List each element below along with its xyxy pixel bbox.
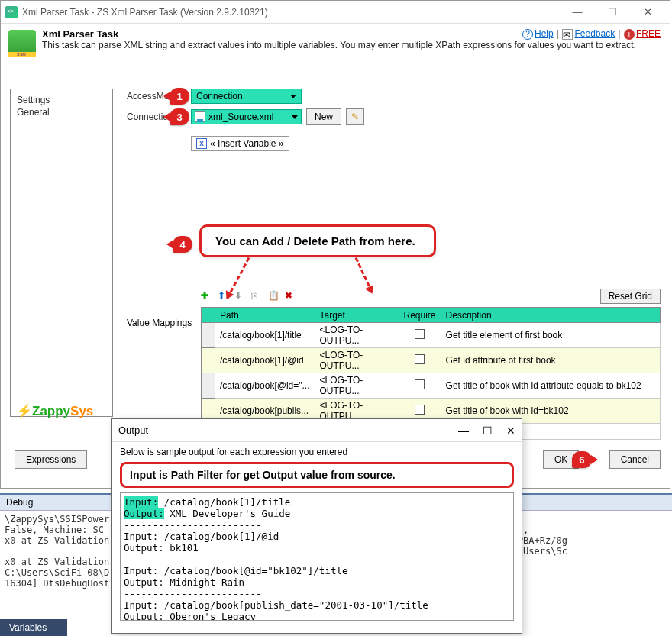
expressions-button[interactable]: Expressions	[15, 450, 87, 469]
titlebar: Xml Parser Task - ZS Xml Parser Task (Ve…	[1, 1, 670, 24]
col-require[interactable]: Require	[399, 308, 441, 323]
sidebar-item-general[interactable]: General	[17, 106, 106, 118]
help-icon: ?	[522, 29, 533, 40]
edit-connection-button[interactable]: ✎	[346, 108, 364, 125]
copy-icon[interactable]: ⎘	[251, 290, 263, 302]
output-text[interactable]: Input: /catalog/book[1]/title Output: XM…	[120, 492, 514, 621]
output-window: Output — ☐ ✕ Below is sample output for …	[111, 418, 522, 634]
connection-value: xml_Source.xml	[208, 111, 273, 122]
variables-tab[interactable]: Variables	[0, 619, 67, 636]
close-button[interactable]: ✕	[630, 2, 665, 23]
move-down-icon[interactable]: ⬇	[234, 290, 247, 302]
minimize-button[interactable]: —	[560, 2, 595, 23]
col-target[interactable]: Target	[315, 308, 399, 323]
insert-variable-button[interactable]: x « Insert Variable »	[191, 136, 289, 151]
badge-4: 4	[173, 236, 192, 253]
connection-dropdown[interactable]: xml_Source.xml	[191, 109, 302, 124]
paste-icon[interactable]: 📋	[268, 290, 280, 302]
header-links: ?Help | ✉Feedback | iFREE	[522, 28, 661, 40]
reset-grid-button[interactable]: Reset Grid	[600, 289, 661, 304]
pencil-icon: ✎	[351, 111, 359, 122]
insert-variable-label: « Insert Variable »	[210, 138, 284, 149]
callout-add-delete: You can Add / Delete Path from here.	[199, 224, 436, 257]
require-checkbox[interactable]	[415, 379, 425, 389]
feedback-link[interactable]: Feedback	[574, 28, 615, 39]
task-icon	[8, 30, 36, 57]
delete-icon[interactable]: ✖	[285, 290, 297, 302]
minimize-button[interactable]: —	[458, 425, 469, 437]
mail-icon: ✉	[562, 29, 573, 40]
zappysys-logo: ⚡ZappySys	[16, 403, 93, 419]
main-window: Xml Parser Task - ZS Xml Parser Task (Ve…	[0, 0, 670, 489]
variable-icon: x	[196, 138, 207, 149]
chevron-down-icon	[292, 115, 298, 119]
app-icon	[5, 6, 18, 18]
help-link[interactable]: Help	[535, 28, 554, 39]
col-description[interactable]: Description	[441, 308, 660, 323]
require-checkbox[interactable]	[415, 329, 425, 339]
window-title: Xml Parser Task - ZS Xml Parser Task (Ve…	[22, 7, 560, 18]
col-path[interactable]: Path	[215, 308, 315, 323]
grid-corner	[202, 308, 215, 323]
arrow-to-delete-icon	[355, 257, 373, 293]
cancel-button[interactable]: Cancel	[609, 450, 661, 469]
sidebar: Settings General	[10, 89, 113, 417]
callout-input-path: Input is Path Filter for get Output valu…	[120, 462, 514, 488]
require-checkbox[interactable]	[415, 405, 425, 415]
grid-toolbar: ✚ ⬆ ⬇ ⎘ 📋 ✖	[201, 290, 302, 302]
value-mappings-label: Value Mappings	[127, 318, 192, 328]
table-row[interactable]: /catalog/book[@id="...<LOG-TO-OUTPU... G…	[202, 373, 661, 399]
free-link[interactable]: FREE	[636, 28, 661, 39]
separator	[302, 290, 302, 302]
require-checkbox[interactable]	[415, 354, 425, 364]
badge-3: 3	[170, 108, 189, 125]
new-button[interactable]: New	[306, 108, 341, 125]
output-title: Output	[118, 425, 148, 436]
chevron-down-icon	[290, 95, 296, 98]
maximize-button[interactable]: ☐	[483, 425, 493, 437]
bolt-icon: ⚡	[16, 404, 32, 418]
accessmode-value: Connection	[196, 91, 243, 102]
sidebar-item-settings[interactable]: Settings	[17, 94, 106, 106]
table-row[interactable]: /catalog/book[1]/@id<LOG-TO-OUTPU... Get…	[202, 348, 661, 373]
close-button[interactable]: ✕	[506, 425, 515, 437]
table-row[interactable]: /catalog/book[1]/title<LOG-TO-OUTPU... G…	[202, 323, 661, 348]
add-icon[interactable]: ✚	[201, 290, 213, 302]
output-desc: Below is sample output for each expressi…	[112, 442, 522, 460]
accessmode-dropdown[interactable]: Connection	[191, 89, 302, 104]
header-desc: This task can parse XML string and extra…	[42, 40, 636, 50]
info-icon: i	[624, 29, 635, 40]
file-icon	[195, 111, 205, 122]
badge-1: 1	[170, 88, 189, 105]
move-up-icon[interactable]: ⬆	[218, 290, 230, 302]
badge-6: 6	[572, 451, 592, 468]
maximize-button[interactable]: ☐	[595, 2, 630, 23]
